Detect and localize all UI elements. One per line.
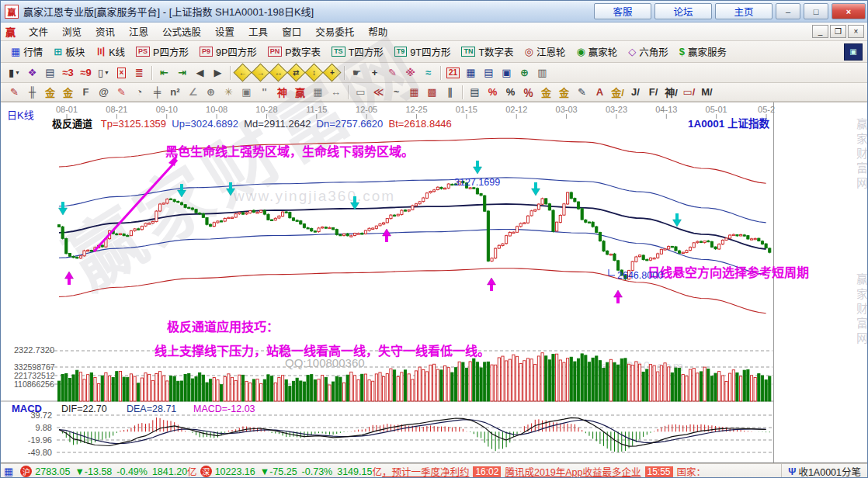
toolbar-button-t-square[interactable]: TST四方形: [326, 43, 389, 61]
tool-zoom-all[interactable]: +: [322, 63, 341, 81]
menu-item-window[interactable]: 窗口: [275, 22, 308, 41]
tick-data-label[interactable]: 收1A0001分笔: [798, 464, 861, 478]
quote-grid-icon[interactable]: ▦: [4, 466, 13, 477]
tool-gann-gold-box[interactable]: 金: [59, 85, 77, 100]
tool-pan-right[interactable]: →: [251, 63, 269, 81]
tool-notebook[interactable]: ▤: [480, 65, 498, 81]
tool-percent-tool[interactable]: %: [502, 85, 519, 100]
tool-zoom-in-h[interactable]: ⇄: [286, 63, 305, 81]
tool-percent-line[interactable]: ％: [519, 85, 537, 100]
tool-mark-pen[interactable]: ✎: [384, 65, 401, 81]
tool-angle-tool[interactable]: ∠: [184, 85, 202, 100]
tool-crosshair-tool[interactable]: +: [366, 65, 384, 81]
news-ticker-fragment[interactable]: ，预计一季度净利约: [382, 464, 470, 478]
menu-item-news[interactable]: 资讯: [89, 22, 122, 41]
child-minimize-button[interactable]: _: [812, 25, 828, 38]
child-restore-button[interactable]: ❐: [830, 25, 846, 38]
tool-save-disk[interactable]: ▣: [498, 65, 516, 81]
toolbar-button-hexagon[interactable]: ◇六角形: [623, 43, 674, 61]
tool-j-angle[interactable]: J/: [627, 85, 644, 100]
tool-print[interactable]: ▥: [533, 65, 551, 81]
tool-red-grid-2[interactable]: ▩: [423, 85, 441, 100]
homepage-button[interactable]: 主页: [715, 3, 773, 19]
tool-ink-pen[interactable]: ✎: [573, 85, 591, 100]
tool-a-wave-tool[interactable]: A: [591, 85, 609, 100]
tool-nav-next[interactable]: ▶: [209, 65, 227, 81]
tool-info-note[interactable]: ▤: [41, 65, 59, 81]
tool-hatch-tool[interactable]: ∥: [441, 85, 459, 100]
toolbar-button-kline[interactable]: 〣K线: [90, 43, 130, 61]
toolbar-button-p-number-table[interactable]: PNP数字表: [262, 43, 326, 61]
maximize-button[interactable]: □: [804, 3, 828, 19]
tool-pan-left[interactable]: ←: [233, 63, 252, 81]
child-close-button[interactable]: ×: [848, 25, 864, 38]
tool-tick-marks[interactable]: '': [255, 85, 273, 100]
toolbar-button-sectors[interactable]: ⊞板块: [48, 43, 90, 61]
tool-pen-red[interactable]: ✎: [113, 85, 130, 100]
menu-item-formula-stock-pick[interactable]: 公式选股: [155, 22, 208, 41]
tool-compass-tool[interactable]: ⊕: [202, 85, 220, 100]
tool-m-angle[interactable]: M/: [698, 85, 716, 100]
tool-f-angle[interactable]: F/: [644, 85, 662, 100]
tool-kline-period[interactable]: ▮▼: [5, 65, 23, 81]
tool-width-measure[interactable]: ↔: [327, 85, 345, 100]
menu-item-file[interactable]: 文件: [22, 22, 55, 41]
tool-fibonacci-fan[interactable]: F: [77, 85, 95, 100]
tool-shen-angle[interactable]: 神/: [662, 85, 680, 100]
tool-spiral-tool[interactable]: @: [95, 85, 113, 100]
tool-n-square[interactable]: n²: [166, 85, 184, 100]
customer-service-button[interactable]: 客服: [594, 3, 651, 19]
tool-candle-style[interactable]: ▯▼: [95, 65, 113, 81]
toolbar-button-winner-wheel[interactable]: ◉赢家轮: [571, 43, 623, 61]
tool-calendar[interactable]: 21: [444, 65, 462, 81]
toolbar-button-theme[interactable]: ▣: [844, 43, 863, 61]
toolbar-button-9p-square[interactable]: P99P四方形: [194, 43, 262, 61]
tool-indicator-chart[interactable]: ≣: [130, 65, 148, 81]
menu-item-browse[interactable]: 浏览: [55, 22, 89, 41]
toolbar-button-9t-square[interactable]: T99T四方形: [389, 43, 457, 61]
tool-net-data[interactable]: ⊕: [516, 65, 533, 81]
toolbar-button-t-number-table[interactable]: TNT数字表: [456, 43, 519, 61]
tool-gann-gold-grid[interactable]: 金: [41, 85, 59, 100]
tool-overlay-mode[interactable]: ❖: [23, 65, 41, 81]
tool-wave-9[interactable]: ≈9: [77, 65, 95, 81]
tool-clear-overlay[interactable]: ×: [113, 65, 130, 81]
tool-brush-tool[interactable]: ✎: [5, 85, 23, 100]
tool-calculator[interactable]: ▦: [462, 65, 480, 81]
tool-zoom-out-h[interactable]: ↔: [269, 63, 287, 81]
tool-dense-grid[interactable]: ▦: [309, 85, 327, 100]
tool-nav-first[interactable]: ⇤: [155, 65, 173, 81]
menu-item-gann[interactable]: 江恩: [122, 22, 155, 41]
tool-box-angle[interactable]: ▭/: [680, 85, 698, 100]
tool-ray-fan[interactable]: ≪: [370, 85, 387, 100]
tool-red-grid-1[interactable]: ▦: [405, 85, 423, 100]
tool-wave-3[interactable]: ≈3: [59, 65, 77, 81]
tool-wave-tool[interactable]: ≈: [419, 65, 437, 81]
tool-box-tool[interactable]: ▭: [352, 85, 370, 100]
tool-starburst-tool[interactable]: ✳: [220, 85, 238, 100]
tool-box-frame-tool[interactable]: ▣: [238, 85, 255, 100]
news-headline[interactable]: 腾讯成2019年App收益最多企业: [505, 464, 641, 478]
tool-hand-tool[interactable]: ☛: [348, 65, 366, 81]
tool-percent-retrace[interactable]: %: [484, 85, 502, 100]
tool-gold-line[interactable]: 金: [555, 85, 573, 100]
toolbar-button-quotes[interactable]: ▦行情: [5, 43, 48, 61]
tool-stats-table[interactable]: ▤: [466, 85, 484, 100]
toolbar-button-winner-service[interactable]: $赢家服务: [674, 43, 732, 61]
menu-item-tools[interactable]: 工具: [241, 22, 275, 41]
close-button[interactable]: ×: [832, 3, 866, 19]
menu-item-trade-entrust[interactable]: 交易委托: [308, 22, 361, 41]
tool-grid-line-tool[interactable]: ╫: [23, 85, 41, 100]
tool-gold-circle[interactable]: 金: [537, 85, 555, 100]
tool-stamp-tool[interactable]: ※: [401, 65, 419, 81]
minimize-button[interactable]: –: [776, 3, 800, 19]
tool-zoom-v[interactable]: ↕: [304, 63, 323, 81]
menu-item-help[interactable]: 帮助: [361, 22, 394, 41]
toolbar-button-p-square[interactable]: PSP四方形: [130, 43, 194, 61]
chart-canvas[interactable]: [1, 102, 868, 464]
tool-shen-tool[interactable]: 神: [273, 85, 291, 100]
menu-item-settings[interactable]: 设置: [208, 22, 241, 41]
tool-nav-prev[interactable]: ◀: [191, 65, 209, 81]
tool-ying-tool[interactable]: 赢: [291, 85, 309, 100]
tool-time-cycle[interactable]: ◔: [130, 85, 148, 100]
